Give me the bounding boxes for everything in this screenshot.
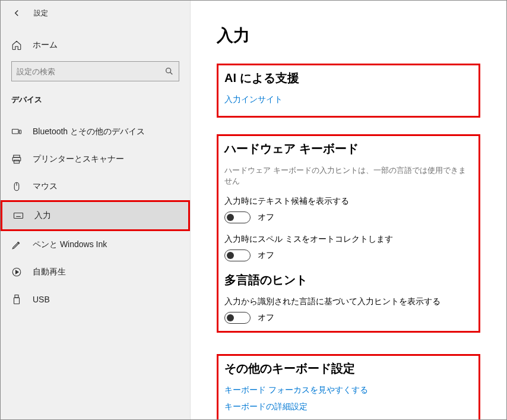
svg-rect-2 [12, 130, 19, 134]
sidebar-item-label: ペンと Windows Ink [33, 239, 107, 250]
link-input-insights[interactable]: 入力インサイト [224, 94, 473, 105]
sidebar-item-autoplay[interactable]: 自動再生 [1, 258, 190, 286]
home-button[interactable]: ホーム [1, 35, 190, 61]
toggle-row-suggestions: オフ [224, 211, 473, 223]
settings-window: 設定 ホーム デバイス Bluetooth とその他のデバイス プリンターとスキ… [0, 0, 507, 420]
search-input[interactable] [17, 67, 164, 76]
section-ai: AI による支援 入力インサイト [217, 64, 480, 118]
svg-point-0 [166, 68, 171, 73]
toggle-autocorrect[interactable] [224, 250, 251, 261]
section-other-keyboard: その他のキーボード設定 キーボード フォーカスを見やすくする キーボードの詳細設… [217, 354, 480, 419]
page-title: 入力 [217, 24, 480, 47]
toggle-knob [227, 252, 234, 259]
search-icon [164, 67, 174, 76]
sidebar-item-mouse[interactable]: マウス [1, 173, 190, 200]
svg-rect-18 [14, 298, 20, 304]
sidebar-item-label: プリンターとスキャナー [33, 154, 124, 165]
sidebar-item-label: USB [33, 295, 50, 304]
sidebar-item-pen[interactable]: ペンと Windows Ink [1, 231, 190, 258]
toggle-multilingual[interactable] [224, 312, 251, 324]
printer-icon [11, 154, 22, 165]
sidebar-item-label: 入力 [34, 210, 51, 221]
setting-label-suggestions: 入力時にテキスト候補を表示する [224, 196, 473, 207]
section-hardware-keyboard: ハードウェア キーボード ハードウェア キーボードの入力ヒントは、一部の言語では… [217, 134, 480, 333]
link-keyboard-advanced[interactable]: キーボードの詳細設定 [224, 402, 473, 412]
svg-marker-16 [16, 270, 19, 274]
home-icon [11, 40, 22, 50]
link-keyboard-focus[interactable]: キーボード フォーカスを見やすくする [224, 385, 473, 396]
toggle-suggestions[interactable] [224, 211, 251, 223]
setting-label-autocorrect: 入力時にスペル ミスをオートコレクトします [224, 234, 473, 245]
main-content: 入力 AI による支援 入力インサイト ハードウェア キーボード ハードウェア … [191, 1, 506, 419]
search-box[interactable] [11, 61, 179, 81]
titlebar: 設定 [1, 8, 190, 35]
group-title: デバイス [1, 94, 190, 118]
app-title: 設定 [34, 8, 48, 18]
sidebar-item-bluetooth[interactable]: Bluetooth とその他のデバイス [1, 118, 190, 146]
back-icon[interactable] [11, 8, 22, 18]
toggle-row-multilingual: オフ [224, 312, 473, 324]
svg-rect-17 [15, 295, 18, 298]
svg-rect-6 [14, 160, 20, 163]
toggle-state: オフ [258, 312, 274, 323]
section-title-ai: AI による支援 [224, 70, 473, 86]
home-label: ホーム [33, 40, 58, 50]
section-title-hw: ハードウェア キーボード [224, 141, 473, 157]
toggle-row-autocorrect: オフ [224, 250, 473, 261]
toggle-knob [227, 214, 234, 221]
svg-line-1 [170, 72, 173, 75]
section-title-other: その他のキーボード設定 [224, 361, 473, 377]
sidebar-item-typing[interactable]: 入力 [1, 200, 190, 231]
section-title-multilingual: 多言語のヒント [224, 272, 473, 288]
toggle-state: オフ [258, 250, 274, 261]
keyboard-icon [13, 210, 24, 221]
setting-label-multilingual: 入力から識別された言語に基づいて入力ヒントを表示する [224, 296, 473, 307]
sidebar-item-label: Bluetooth とその他のデバイス [33, 127, 145, 137]
sidebar-item-label: マウス [33, 181, 58, 192]
sidebar-item-usb[interactable]: USB [1, 286, 190, 313]
sidebar-item-label: 自動再生 [33, 267, 66, 277]
toggle-knob [227, 314, 234, 321]
devices-icon [11, 127, 22, 137]
svg-rect-9 [14, 213, 23, 219]
sidebar: 設定 ホーム デバイス Bluetooth とその他のデバイス プリンターとスキ… [1, 1, 191, 419]
sidebar-item-printers[interactable]: プリンターとスキャナー [1, 146, 190, 173]
usb-icon [11, 294, 22, 305]
autoplay-icon [11, 267, 22, 277]
svg-rect-3 [20, 130, 21, 134]
pen-icon [11, 239, 22, 250]
toggle-state: オフ [258, 212, 274, 223]
hw-desc: ハードウェア キーボードの入力ヒントは、一部の言語では使用できません [224, 165, 473, 187]
nav-list: Bluetooth とその他のデバイス プリンターとスキャナー マウス 入力 ペ… [1, 118, 190, 320]
mouse-icon [11, 181, 22, 192]
